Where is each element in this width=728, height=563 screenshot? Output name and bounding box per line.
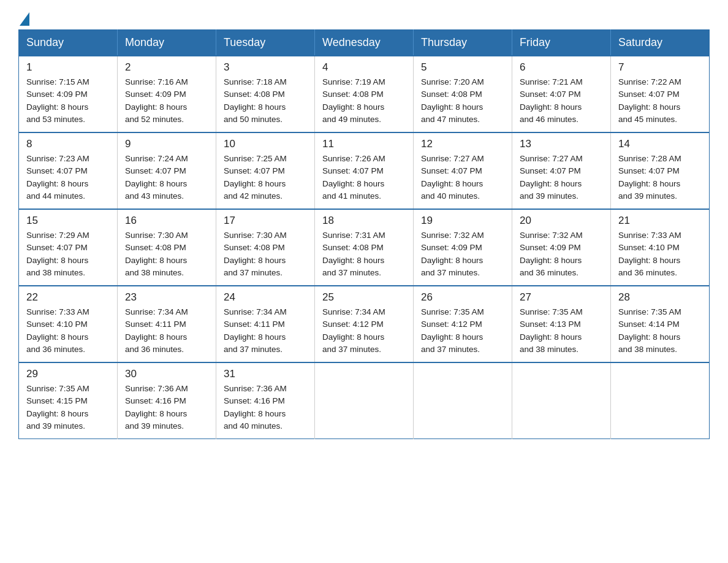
day-info: Sunrise: 7:32 AMSunset: 4:09 PMDaylight:…	[421, 229, 504, 279]
day-number: 13	[520, 138, 603, 150]
day-info: Sunrise: 7:21 AMSunset: 4:07 PMDaylight:…	[520, 76, 603, 126]
day-info: Sunrise: 7:24 AMSunset: 4:07 PMDaylight:…	[125, 153, 208, 202]
calendar-cell: 4Sunrise: 7:19 AMSunset: 4:08 PMDaylight…	[315, 56, 414, 132]
calendar-week-row: 29Sunrise: 7:35 AMSunset: 4:15 PMDayligh…	[19, 362, 710, 439]
calendar-cell: 6Sunrise: 7:21 AMSunset: 4:07 PMDaylight…	[512, 56, 611, 132]
calendar-cell: 20Sunrise: 7:32 AMSunset: 4:09 PMDayligh…	[512, 209, 611, 286]
day-number: 6	[520, 61, 603, 74]
day-number: 23	[125, 291, 208, 304]
day-info: Sunrise: 7:33 AMSunset: 4:10 PMDaylight:…	[618, 229, 702, 279]
day-info: Sunrise: 7:30 AMSunset: 4:08 PMDaylight:…	[125, 229, 208, 279]
day-info: Sunrise: 7:27 AMSunset: 4:07 PMDaylight:…	[421, 153, 504, 202]
day-info: Sunrise: 7:23 AMSunset: 4:07 PMDaylight:…	[26, 153, 110, 202]
day-number: 28	[618, 291, 702, 304]
calendar-table: SundayMondayTuesdayWednesdayThursdayFrid…	[18, 29, 710, 439]
weekday-header-thursday: Thursday	[414, 30, 512, 56]
day-info: Sunrise: 7:35 AMSunset: 4:15 PMDaylight:…	[26, 383, 110, 432]
day-number: 27	[520, 291, 603, 304]
day-number: 22	[26, 291, 110, 304]
calendar-week-row: 8Sunrise: 7:23 AMSunset: 4:07 PMDaylight…	[19, 132, 710, 209]
day-info: Sunrise: 7:20 AMSunset: 4:08 PMDaylight:…	[421, 76, 504, 126]
day-info: Sunrise: 7:16 AMSunset: 4:09 PMDaylight:…	[125, 76, 208, 126]
calendar-cell: 18Sunrise: 7:31 AMSunset: 4:08 PMDayligh…	[315, 209, 414, 286]
calendar-body: 1Sunrise: 7:15 AMSunset: 4:09 PMDaylight…	[19, 56, 710, 439]
calendar-cell: 24Sunrise: 7:34 AMSunset: 4:11 PMDayligh…	[216, 286, 315, 362]
day-info: Sunrise: 7:35 AMSunset: 4:12 PMDaylight:…	[421, 306, 504, 356]
calendar-cell	[315, 362, 414, 439]
day-number: 7	[618, 61, 702, 74]
day-info: Sunrise: 7:32 AMSunset: 4:09 PMDaylight:…	[520, 229, 603, 279]
day-number: 25	[322, 291, 406, 304]
calendar-cell: 22Sunrise: 7:33 AMSunset: 4:10 PMDayligh…	[19, 286, 118, 362]
calendar-cell: 23Sunrise: 7:34 AMSunset: 4:11 PMDayligh…	[118, 286, 216, 362]
calendar-cell: 11Sunrise: 7:26 AMSunset: 4:07 PMDayligh…	[315, 132, 414, 209]
calendar-cell: 1Sunrise: 7:15 AMSunset: 4:09 PMDaylight…	[19, 56, 118, 132]
calendar-cell: 3Sunrise: 7:18 AMSunset: 4:08 PMDaylight…	[216, 56, 315, 132]
day-info: Sunrise: 7:35 AMSunset: 4:13 PMDaylight:…	[520, 306, 603, 356]
day-number: 17	[224, 215, 307, 227]
weekday-header-sunday: Sunday	[19, 30, 118, 56]
calendar-cell	[512, 362, 611, 439]
day-number: 26	[421, 291, 504, 304]
calendar-cell: 7Sunrise: 7:22 AMSunset: 4:07 PMDaylight…	[611, 56, 710, 132]
day-info: Sunrise: 7:25 AMSunset: 4:07 PMDaylight:…	[224, 153, 307, 202]
day-number: 30	[125, 368, 208, 380]
logo-triangle-icon	[20, 12, 29, 26]
day-number: 24	[224, 291, 307, 304]
calendar-cell: 21Sunrise: 7:33 AMSunset: 4:10 PMDayligh…	[611, 209, 710, 286]
calendar-cell: 31Sunrise: 7:36 AMSunset: 4:16 PMDayligh…	[216, 362, 315, 439]
day-info: Sunrise: 7:28 AMSunset: 4:07 PMDaylight:…	[618, 153, 702, 202]
day-info: Sunrise: 7:30 AMSunset: 4:08 PMDaylight:…	[224, 229, 307, 279]
day-info: Sunrise: 7:29 AMSunset: 4:07 PMDaylight:…	[26, 229, 110, 279]
calendar-cell: 14Sunrise: 7:28 AMSunset: 4:07 PMDayligh…	[611, 132, 710, 209]
calendar-week-row: 1Sunrise: 7:15 AMSunset: 4:09 PMDaylight…	[19, 56, 710, 132]
calendar-cell: 2Sunrise: 7:16 AMSunset: 4:09 PMDaylight…	[118, 56, 216, 132]
day-number: 31	[224, 368, 307, 380]
day-info: Sunrise: 7:15 AMSunset: 4:09 PMDaylight:…	[26, 76, 110, 126]
weekday-header-friday: Friday	[512, 30, 611, 56]
calendar-cell: 15Sunrise: 7:29 AMSunset: 4:07 PMDayligh…	[19, 209, 118, 286]
weekday-header-row: SundayMondayTuesdayWednesdayThursdayFrid…	[19, 30, 710, 56]
day-info: Sunrise: 7:34 AMSunset: 4:11 PMDaylight:…	[125, 306, 208, 356]
calendar-cell: 29Sunrise: 7:35 AMSunset: 4:15 PMDayligh…	[19, 362, 118, 439]
calendar-cell: 10Sunrise: 7:25 AMSunset: 4:07 PMDayligh…	[216, 132, 315, 209]
weekday-header-tuesday: Tuesday	[216, 30, 315, 56]
calendar-cell: 28Sunrise: 7:35 AMSunset: 4:14 PMDayligh…	[611, 286, 710, 362]
day-number: 8	[26, 138, 110, 150]
day-info: Sunrise: 7:36 AMSunset: 4:16 PMDaylight:…	[125, 383, 208, 432]
calendar-week-row: 15Sunrise: 7:29 AMSunset: 4:07 PMDayligh…	[19, 209, 710, 286]
day-info: Sunrise: 7:22 AMSunset: 4:07 PMDaylight:…	[618, 76, 702, 126]
calendar-cell: 13Sunrise: 7:27 AMSunset: 4:07 PMDayligh…	[512, 132, 611, 209]
day-number: 16	[125, 215, 208, 227]
calendar-cell: 26Sunrise: 7:35 AMSunset: 4:12 PMDayligh…	[414, 286, 512, 362]
day-number: 5	[421, 61, 504, 74]
day-info: Sunrise: 7:35 AMSunset: 4:14 PMDaylight:…	[618, 306, 702, 356]
calendar-cell: 9Sunrise: 7:24 AMSunset: 4:07 PMDaylight…	[118, 132, 216, 209]
day-number: 3	[224, 61, 307, 74]
calendar-cell	[414, 362, 512, 439]
calendar-cell: 16Sunrise: 7:30 AMSunset: 4:08 PMDayligh…	[118, 209, 216, 286]
day-number: 4	[322, 61, 406, 74]
calendar-header: SundayMondayTuesdayWednesdayThursdayFrid…	[19, 30, 710, 56]
day-info: Sunrise: 7:31 AMSunset: 4:08 PMDaylight:…	[322, 229, 406, 279]
day-number: 15	[26, 215, 110, 227]
calendar-week-row: 22Sunrise: 7:33 AMSunset: 4:10 PMDayligh…	[19, 286, 710, 362]
day-number: 9	[125, 138, 208, 150]
day-info: Sunrise: 7:34 AMSunset: 4:12 PMDaylight:…	[322, 306, 406, 356]
day-info: Sunrise: 7:26 AMSunset: 4:07 PMDaylight:…	[322, 153, 406, 202]
logo	[18, 12, 29, 23]
day-number: 29	[26, 368, 110, 380]
weekday-header-wednesday: Wednesday	[315, 30, 414, 56]
day-info: Sunrise: 7:36 AMSunset: 4:16 PMDaylight:…	[224, 383, 307, 432]
day-number: 1	[26, 61, 110, 74]
day-number: 11	[322, 138, 406, 150]
day-number: 20	[520, 215, 603, 227]
day-info: Sunrise: 7:19 AMSunset: 4:08 PMDaylight:…	[322, 76, 406, 126]
day-number: 14	[618, 138, 702, 150]
day-info: Sunrise: 7:18 AMSunset: 4:08 PMDaylight:…	[224, 76, 307, 126]
day-number: 19	[421, 215, 504, 227]
weekday-header-saturday: Saturday	[611, 30, 710, 56]
day-number: 10	[224, 138, 307, 150]
calendar-cell	[611, 362, 710, 439]
calendar-cell: 25Sunrise: 7:34 AMSunset: 4:12 PMDayligh…	[315, 286, 414, 362]
